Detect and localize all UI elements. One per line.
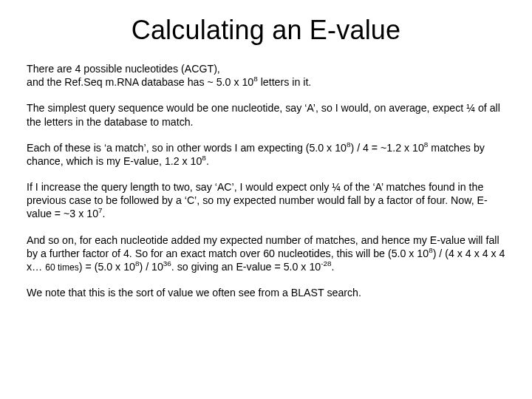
p5-sup4: -28 bbox=[321, 259, 331, 267]
p5-e: . so giving an E-value = 5.0 x 10 bbox=[171, 261, 321, 273]
p5-c: ) = (5.0 x 10 bbox=[79, 261, 135, 273]
p3-a: Each of these is ‘a match’, so in other … bbox=[27, 142, 347, 154]
p3-b: ) / 4 = ~1.2 x 10 bbox=[350, 142, 423, 154]
p4-b: . bbox=[103, 208, 106, 219]
p5-d: ) / 10 bbox=[139, 261, 163, 273]
paragraph-1: There are 4 possible nucleotides (ACGT),… bbox=[27, 62, 505, 89]
p4-a: If I increase the query length to two, s… bbox=[27, 181, 488, 219]
paragraph-4: If I increase the query length to two, s… bbox=[27, 180, 505, 221]
p3-d: . bbox=[206, 155, 209, 167]
paragraph-5: And so on, for each nucleotide added my … bbox=[27, 233, 505, 274]
p5-f: . bbox=[332, 261, 335, 273]
p1-line2-pre: and the Ref.Seq m.RNA database has ~ 5.0… bbox=[27, 76, 253, 88]
p5-times: 60 times bbox=[45, 262, 79, 273]
p5-sup3: 36 bbox=[163, 259, 171, 267]
p1-line2-post: letters in it. bbox=[258, 76, 312, 88]
p1-line1: There are 4 possible nucleotides (ACGT), bbox=[27, 63, 220, 75]
paragraph-3: Each of these is ‘a match’, so in other … bbox=[27, 141, 505, 168]
paragraph-6: We note that this is the sort of value w… bbox=[27, 286, 505, 299]
slide-title: Calculating an E-value bbox=[27, 15, 505, 46]
paragraph-2: The simplest query sequence would be one… bbox=[27, 101, 505, 128]
